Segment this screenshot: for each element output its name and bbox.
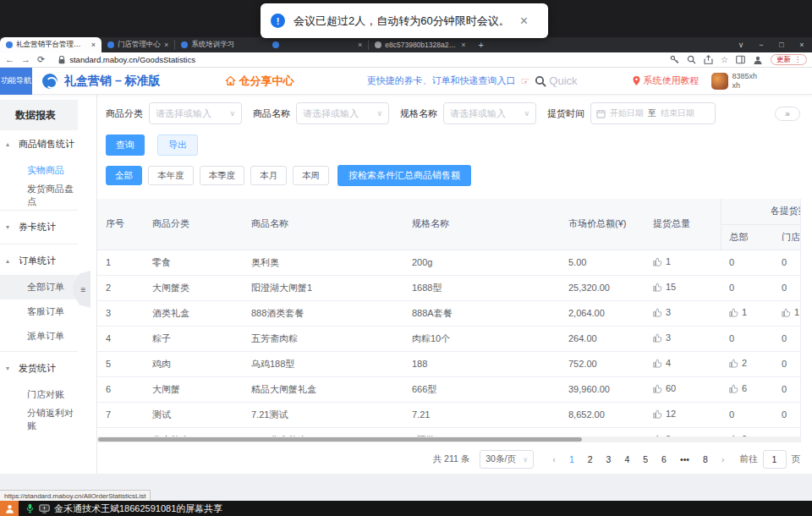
- category-select[interactable]: 请选择或输入 ∨: [149, 102, 242, 124]
- page-size-value: 30条/页: [486, 453, 516, 465]
- update-button[interactable]: 更新 ⋮: [771, 54, 807, 65]
- key-icon[interactable]: [670, 55, 679, 64]
- cell-pickup-total: 60: [645, 376, 721, 402]
- browser-tab-1[interactable]: 礼盒营销平台管理中心 ×: [0, 37, 102, 52]
- browser-tab-5[interactable]: e8c573980b1328a258fd2e6ff ×: [369, 37, 471, 52]
- tab-close-icon[interactable]: ×: [358, 41, 362, 49]
- page-number-6[interactable]: 6: [655, 454, 673, 464]
- sidebar-item-5[interactable]: 全部订单: [0, 275, 78, 299]
- next-page-icon[interactable]: ›: [715, 454, 732, 464]
- update-label: 更新: [776, 55, 791, 65]
- sidebar-item-4[interactable]: ▴订单统计: [0, 247, 78, 275]
- tab-close-icon[interactable]: ×: [91, 41, 96, 49]
- browser-toolbar: ← → ⟳ standard.maboy.cn/GoodsStatistics …: [0, 52, 812, 68]
- forward-icon[interactable]: →: [21, 55, 30, 64]
- quick-entry-tip[interactable]: 更快捷的券卡、订单和快递查询入口: [367, 74, 516, 87]
- back-icon[interactable]: ←: [5, 55, 14, 64]
- sidebar-item-2[interactable]: 发货商品盘点: [0, 183, 78, 207]
- page-number-4[interactable]: 4: [617, 454, 636, 464]
- page-size-select[interactable]: 30条/页 ∨: [480, 450, 534, 469]
- cell-amount: 2,064.00: [560, 300, 645, 326]
- tab-close-icon[interactable]: ×: [461, 41, 465, 49]
- page-ellipsis[interactable]: •••: [673, 454, 696, 464]
- cell-amount: 752.00: [560, 351, 645, 376]
- range-tab-0[interactable]: 全部: [106, 166, 142, 185]
- page-number-3[interactable]: 3: [600, 454, 618, 464]
- browser-tab-4[interactable]: ×: [266, 37, 368, 52]
- warehouse-share-link[interactable]: 仓分享中心: [225, 74, 294, 89]
- sidebar-item-10[interactable]: 分销返利对账: [0, 407, 78, 431]
- range-tab-2[interactable]: 本季度: [200, 166, 245, 185]
- browser-tab-3[interactable]: 系统培训学习: [175, 37, 266, 52]
- page-number-2[interactable]: 2: [581, 454, 600, 464]
- minimize-icon[interactable]: −: [751, 41, 771, 49]
- cell-index: 1: [97, 250, 144, 275]
- info-icon: !: [271, 14, 285, 28]
- zoom-icon[interactable]: [687, 55, 696, 64]
- spec-filter-label: 规格名称: [400, 107, 437, 120]
- refresh-icon[interactable]: ⟳: [37, 55, 45, 64]
- sidebar-item-label: 发货商品盘点: [27, 183, 78, 208]
- new-tab-button[interactable]: +: [472, 37, 491, 52]
- split-view-icon[interactable]: [736, 55, 745, 64]
- cell-category: 鸡肉: [144, 351, 243, 376]
- sidebar-item-label: 券卡统计: [19, 221, 56, 233]
- search-icon[interactable]: [535, 75, 546, 87]
- sidebar-item-9[interactable]: 门店对账: [0, 382, 78, 407]
- search-button[interactable]: 查询: [106, 134, 145, 156]
- range-tab-3[interactable]: 本月: [250, 166, 287, 185]
- cell-index: 2: [97, 275, 144, 300]
- close-window-icon[interactable]: ×: [792, 41, 812, 49]
- cell-name: 五芳斋肉粽: [243, 326, 403, 351]
- prev-page-icon[interactable]: ‹: [546, 454, 562, 464]
- date-range-picker[interactable]: 开始日期 至 结束日期: [590, 102, 716, 124]
- cell-hq: 0: [721, 250, 773, 275]
- summary-button[interactable]: 按检索条件汇总商品销售额: [337, 165, 471, 186]
- export-button[interactable]: 导出: [157, 134, 198, 156]
- person-icon: [0, 501, 19, 516]
- menu-handle-icon: ≡: [81, 285, 86, 294]
- menu-chevron-icon[interactable]: ∨: [731, 41, 751, 49]
- sidebar-title: 数据报表: [0, 100, 78, 130]
- expand-filters-button[interactable]: »: [775, 107, 800, 121]
- star-icon[interactable]: ☆: [721, 56, 728, 64]
- cell-name: 阳澄湖大闸蟹1: [243, 275, 403, 300]
- tutorial-link[interactable]: 系统使用教程: [632, 74, 700, 87]
- tab-title: e8c573980b1328a258fd2e6ff: [385, 41, 458, 49]
- pickup-count: 1: [782, 307, 799, 317]
- sidebar-item-7[interactable]: 派单订单: [0, 324, 78, 349]
- tab-title: 礼盒营销平台管理中心: [16, 40, 88, 50]
- range-tab-4[interactable]: 本周: [293, 166, 329, 185]
- name-select[interactable]: 请选择或输入 ∨: [296, 102, 389, 124]
- browser-tab-2[interactable]: 门店管理中心 ×: [102, 37, 174, 52]
- filter-bar: 商品分类 请选择或输入 ∨ 商品名称 请选择或输入 ∨ 规格名称 请选择或输入 …: [97, 95, 812, 124]
- user-box[interactable]: 8385xh xh: [711, 72, 758, 90]
- cell-category: 零食: [144, 250, 243, 275]
- page-number-1[interactable]: 1: [562, 454, 581, 464]
- function-nav-toggle[interactable]: 功能导航: [0, 68, 32, 95]
- goods-table-wrap: 序号 商品分类 商品名称 规格名称 市场价总额(¥) 提货总量 各提货渠道 总部…: [97, 199, 801, 442]
- page-number-8[interactable]: 8: [696, 454, 715, 464]
- col-hq: 总部: [721, 224, 773, 250]
- cell-store: 0: [773, 275, 801, 300]
- range-tab-1[interactable]: 本年度: [148, 166, 194, 185]
- sidebar-item-6[interactable]: 客服订单: [0, 299, 78, 324]
- close-icon[interactable]: ×: [520, 14, 528, 28]
- cell-hq: 1: [721, 300, 773, 326]
- page-number-5[interactable]: 5: [636, 454, 655, 464]
- more-icon[interactable]: ⋮: [794, 56, 801, 63]
- scrollbar-thumb[interactable]: [98, 437, 582, 442]
- maximize-icon[interactable]: □: [771, 41, 792, 49]
- sidebar-item-8[interactable]: ▾发货统计: [0, 354, 78, 382]
- sidebar-item-3[interactable]: ▾券卡统计: [0, 213, 78, 241]
- horizontal-scrollbar[interactable]: [97, 436, 800, 442]
- profile-icon[interactable]: [753, 55, 763, 65]
- cell-spec: 1688型: [403, 275, 560, 300]
- address-bar[interactable]: standard.maboy.cn/GoodsStatistics: [52, 54, 202, 66]
- goto-page-input[interactable]: 1: [763, 450, 787, 469]
- sidebar-item-0[interactable]: ▴商品销售统计: [0, 130, 78, 158]
- spec-select[interactable]: 请选择或输入 ∨: [443, 102, 536, 124]
- tab-close-icon[interactable]: ×: [164, 41, 168, 49]
- sidebar-item-1[interactable]: 实物商品: [0, 158, 78, 183]
- share-icon[interactable]: [704, 55, 713, 64]
